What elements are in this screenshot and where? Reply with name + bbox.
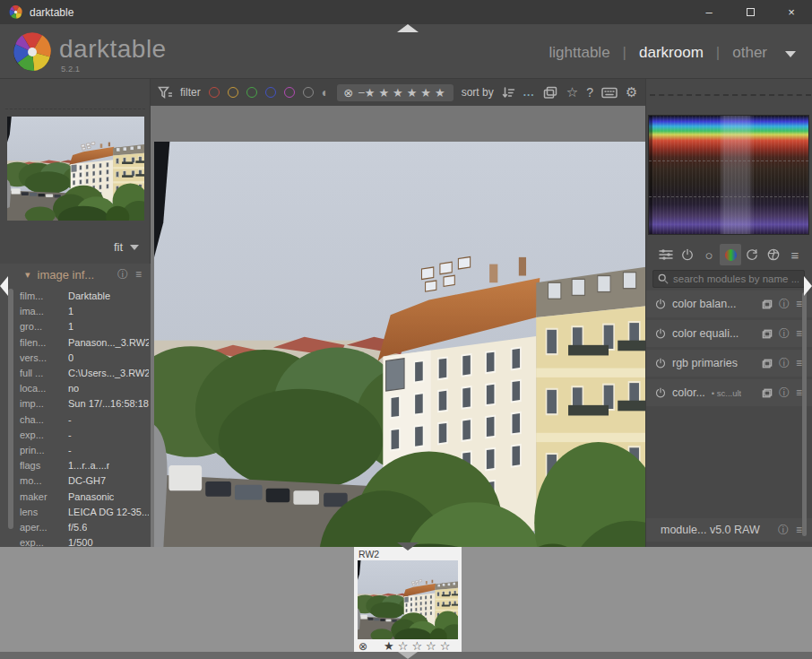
module-color-equalizer[interactable]: color equali... ⓘ ≡ xyxy=(646,320,812,347)
waveform-scope[interactable] xyxy=(648,115,809,235)
star-icon[interactable]: ★ xyxy=(378,86,391,100)
star-outline-icon[interactable]: ☆ xyxy=(411,639,426,653)
filter-toolbar: filter ◐ ⊗ – ★ ★ ★ ★ ★ ★ sort by ... ☆ ? xyxy=(151,79,645,106)
reject-icon[interactable]: ⊗ xyxy=(358,640,367,653)
color-label-gray-icon[interactable] xyxy=(303,87,314,98)
duplicate-icon[interactable] xyxy=(762,359,773,369)
module-rgb-primaries[interactable]: rgb primaries ⓘ ≡ xyxy=(646,350,812,377)
presets-menu-icon[interactable]: ≡ xyxy=(796,327,802,340)
module-color-calibration[interactable]: color... • sc...ult ⓘ ≡ xyxy=(646,379,812,406)
star-outline-icon[interactable]: ☆ xyxy=(426,639,440,653)
collapse-filmstrip-arrow[interactable] xyxy=(397,542,419,551)
table-row: vers...0 xyxy=(20,351,149,366)
close-button[interactable]: × xyxy=(771,0,812,24)
power-icon[interactable] xyxy=(655,358,666,369)
filmstrip: RW2 ⊗ ★ ☆ ☆ ☆ ☆ xyxy=(0,547,812,652)
left-panel: fit ▾ image inf... ⓘ ≡ film...Darktable … xyxy=(0,79,151,547)
collapse-right-panel-arrow[interactable] xyxy=(804,276,812,296)
star-icon[interactable]: ★ xyxy=(435,86,447,100)
filter-funnel-icon[interactable] xyxy=(158,86,172,100)
collapse-bottom-panel-arrow[interactable] xyxy=(398,652,418,659)
thumbnail-image[interactable] xyxy=(358,560,458,639)
zoom-mode-dropdown[interactable]: fit xyxy=(114,240,139,254)
info-icon[interactable]: ⓘ xyxy=(779,326,790,342)
culling-stack-icon[interactable] xyxy=(543,86,558,100)
module-search[interactable] xyxy=(652,270,805,288)
view-darkroom[interactable]: darkroom xyxy=(639,44,704,62)
range-dash-icon: – xyxy=(358,86,365,99)
left-panel-scrollbar[interactable] xyxy=(8,289,13,529)
navigation-thumbnail[interactable] xyxy=(7,117,144,221)
active-modules-group-icon[interactable] xyxy=(655,244,677,265)
color-label-blue-icon[interactable] xyxy=(265,87,276,98)
table-row: gro...1 xyxy=(20,319,149,334)
image-information-header[interactable]: ▾ image inf... ⓘ ≡ xyxy=(0,264,151,285)
star-filled-icon[interactable]: ★ xyxy=(384,639,398,653)
star-icon[interactable]: ★ xyxy=(407,86,419,100)
view-lighttable[interactable]: lighttable xyxy=(549,44,610,62)
sort-order-icon[interactable] xyxy=(502,86,515,100)
presets-menu-icon[interactable]: ≡ xyxy=(796,524,802,536)
help-icon[interactable]: ? xyxy=(586,85,593,100)
close-icon: × xyxy=(788,5,795,19)
color-label-purple-icon[interactable] xyxy=(284,87,295,98)
filmstrip-thumbnail[interactable]: RW2 ⊗ ★ ☆ ☆ ☆ ☆ xyxy=(354,547,462,652)
color-label-red-icon[interactable] xyxy=(209,87,220,98)
module-preset-label: • sc...ult xyxy=(712,388,741,398)
star-overlay-toggle-icon[interactable]: ☆ xyxy=(566,84,578,100)
minimize-button[interactable]: – xyxy=(688,0,730,24)
module-order-row[interactable]: module... v5.0 RAW ⓘ ≡ xyxy=(646,518,812,542)
color-label-toggle-icon[interactable]: ◐ xyxy=(322,86,329,99)
keyboard-shortcuts-icon[interactable] xyxy=(601,87,618,99)
view-separator: | xyxy=(716,44,720,62)
power-icon[interactable] xyxy=(655,299,666,309)
view-other[interactable]: other xyxy=(732,44,767,62)
module-color-balance[interactable]: color balan... ⓘ ≡ xyxy=(646,290,812,317)
search-input[interactable] xyxy=(673,273,799,284)
presets-menu-icon[interactable]: ≡ xyxy=(796,357,802,369)
color-group-icon[interactable] xyxy=(720,244,741,265)
window-titlebar[interactable]: darktable – × xyxy=(0,0,812,24)
maximize-button[interactable] xyxy=(730,0,771,24)
presets-menu-icon[interactable]: ≡ xyxy=(796,386,802,399)
reject-icon[interactable]: ⊗ xyxy=(343,86,353,100)
power-icon[interactable] xyxy=(655,328,666,339)
rating-filter[interactable]: ⊗ – ★ ★ ★ ★ ★ ★ xyxy=(337,84,454,101)
star-outline-icon[interactable]: ☆ xyxy=(440,639,454,653)
collapse-left-panel-arrow[interactable] xyxy=(0,276,8,296)
basic-group-icon[interactable]: ○ xyxy=(698,244,720,265)
info-icon[interactable]: ⓘ xyxy=(779,297,790,312)
collapse-top-panel-arrow[interactable] xyxy=(397,24,419,32)
filter-criteria-ellipsis[interactable]: ... xyxy=(523,86,535,99)
info-icon[interactable]: ⓘ xyxy=(779,356,790,371)
module-name: color equali... xyxy=(672,327,739,340)
info-icon[interactable]: ⓘ xyxy=(779,386,790,401)
correct-group-icon[interactable] xyxy=(741,244,763,265)
main-image[interactable] xyxy=(154,142,649,610)
waveform-gridline xyxy=(649,160,808,161)
star-icon[interactable]: ★ xyxy=(393,86,405,100)
color-label-yellow-icon[interactable] xyxy=(228,87,238,98)
presets-menu-icon[interactable]: ≡ xyxy=(796,298,802,310)
hamburger-icon[interactable]: ≡ xyxy=(135,268,142,281)
right-panel-scrollbar[interactable] xyxy=(802,292,807,536)
view-separator: | xyxy=(623,44,626,62)
duplicate-icon[interactable] xyxy=(762,329,773,339)
preferences-gear-icon[interactable]: ⚙ xyxy=(626,84,637,100)
module-groups-menu-icon[interactable]: ≡ xyxy=(784,244,806,265)
info-icon[interactable]: ⓘ xyxy=(778,523,789,538)
info-icon[interactable]: ⓘ xyxy=(117,267,128,282)
power-group-icon[interactable] xyxy=(677,244,698,265)
right-panel: ○ ≡ color balan... ⓘ ≡ color equali... xyxy=(645,79,812,547)
views-chevron-down-icon[interactable] xyxy=(785,51,796,57)
color-label-green-icon[interactable] xyxy=(246,87,257,98)
thumbnail-rating: ⊗ ★ ☆ ☆ ☆ ☆ xyxy=(358,639,457,653)
power-icon-on[interactable] xyxy=(655,387,666,398)
duplicate-icon[interactable] xyxy=(762,388,773,398)
star-icon[interactable]: ★ xyxy=(420,86,433,100)
chevron-down-icon xyxy=(130,245,139,250)
effects-group-icon[interactable] xyxy=(763,244,784,265)
star-outline-icon[interactable]: ☆ xyxy=(398,639,412,653)
duplicate-icon[interactable] xyxy=(762,299,773,309)
star-icon[interactable]: ★ xyxy=(365,86,377,100)
